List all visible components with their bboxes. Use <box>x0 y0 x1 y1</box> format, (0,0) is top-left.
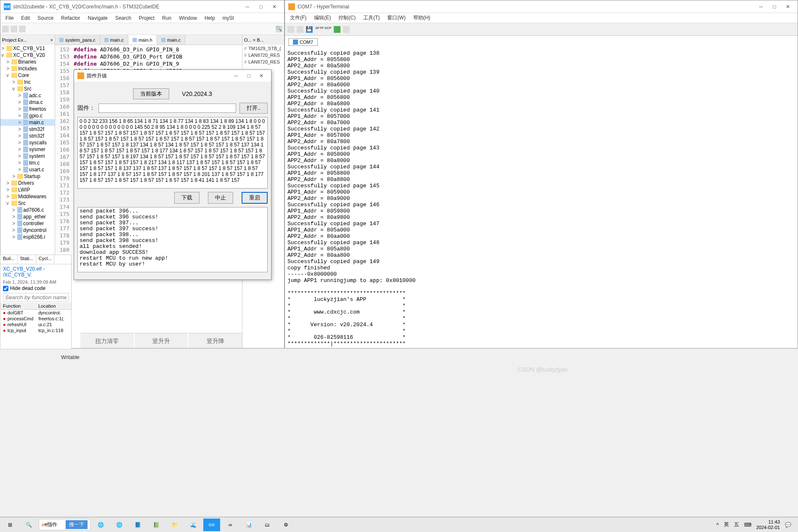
app-icon[interactable]: 📁 <box>166 519 183 531</box>
tree-item-src[interactable]: v Src <box>0 200 55 207</box>
editor-tab[interactable]: system_para.c <box>55 35 100 45</box>
tree-item-stm32f[interactable]: > stm32f <box>0 126 55 133</box>
tree-item-ad7606c[interactable]: > ad7606.c <box>0 207 55 213</box>
stm32cubeide-taskbar-icon[interactable]: IDE <box>203 519 220 531</box>
menu-item[interactable]: 文件(F) <box>287 13 310 22</box>
elf-file-link[interactable]: XC_CYB_V20.elf - /XC_CYB_V. <box>0 264 71 279</box>
function-row[interactable]: ●refreshUIui.c:21 <box>0 322 71 327</box>
minimize-button[interactable]: ─ <box>755 2 767 11</box>
dialog-titlebar[interactable]: 固件升级 ─ □ ✕ <box>74 70 271 82</box>
toolbar-icon[interactable] <box>19 26 26 32</box>
menu-edit[interactable]: Edit <box>18 14 33 22</box>
refresh-icon[interactable] <box>334 26 340 33</box>
firmware-log[interactable]: send packet 396... send packet 396 succe… <box>77 207 268 272</box>
menu-navigate[interactable]: Navigate <box>84 14 111 22</box>
menu-item[interactable]: 编辑(E) <box>311 13 334 22</box>
tree-item-mainc[interactable]: > main.c <box>0 119 55 126</box>
sftp-icon[interactable]: SFTP <box>315 26 322 33</box>
menu-myst[interactable]: mySt <box>219 14 237 22</box>
close-icon[interactable]: × <box>51 37 53 43</box>
tree-item-usartc[interactable]: > usart.c <box>0 166 55 173</box>
hyper-titlebar[interactable]: COM7 - HyperTerminal ─ □ ✕ <box>285 0 798 13</box>
download-button[interactable]: 下载 <box>174 192 200 204</box>
app-icon[interactable]: 📊 <box>240 519 257 531</box>
outline-tab[interactable]: B... <box>257 37 264 43</box>
control-tab[interactable]: 竖升降 <box>189 333 242 348</box>
app-icon[interactable]: ⚙ <box>277 519 294 531</box>
menu-source[interactable]: Source <box>34 14 57 22</box>
current-version-button[interactable]: 当前版本 <box>133 88 169 99</box>
outline-item[interactable]: #LAN8720_RES <box>242 59 284 65</box>
tree-item-xccybv20[interactable]: v XC_CYB_V20 <box>0 52 55 59</box>
close-button[interactable]: ✕ <box>782 2 794 11</box>
tree-item-esp8266i[interactable]: > esp8266.i <box>0 234 55 240</box>
firmware-hex-display[interactable]: 0 0 2 32 233 156 1 8 65 134 1 8 71 134 1… <box>77 117 268 189</box>
tree-item-drivers[interactable]: > Drivers <box>0 180 55 186</box>
restart-button[interactable]: 重启 <box>242 192 268 204</box>
maximize-button[interactable]: □ <box>255 2 267 11</box>
outline-item[interactable]: #TM1629_STB_( <box>242 45 284 52</box>
search-icon[interactable]: 🔍 <box>20 519 37 531</box>
menu-project[interactable]: Project <box>136 14 158 22</box>
menu-item[interactable]: 控制(C) <box>335 13 359 22</box>
chrome-icon[interactable]: 🌐 <box>92 519 109 531</box>
tree-item-adcc[interactable]: > adc.c <box>0 92 55 99</box>
close-button[interactable]: ✕ <box>268 2 281 11</box>
toolbar-icon[interactable] <box>11 26 17 32</box>
taskbar-clock[interactable]: 11:43 2024-02-01 <box>756 519 780 530</box>
function-row[interactable]: ●doIGBTdyncontrol. <box>0 310 71 316</box>
open-file-button[interactable]: 打开.. <box>239 103 268 114</box>
maximize-button[interactable]: □ <box>242 71 255 80</box>
app-icon[interactable]: 📗 <box>148 519 165 531</box>
keyboard-icon[interactable]: ⌨ <box>744 522 751 528</box>
tree-item-dmac[interactable]: > dma.c <box>0 99 55 106</box>
maximize-button[interactable]: □ <box>768 2 781 11</box>
tree-item-lwip[interactable]: > LWIP <box>0 186 55 193</box>
tree-item-inc[interactable]: > Inc <box>0 79 55 85</box>
menu-item[interactable]: 工具(T) <box>360 13 383 22</box>
outline-tab[interactable]: O... <box>244 37 252 43</box>
outline-item[interactable]: #LAN8720_RES <box>242 52 284 59</box>
app-icon[interactable]: 📘 <box>129 519 146 531</box>
editor-tab[interactable]: main.c <box>157 35 185 45</box>
firmware-path-input[interactable] <box>98 104 236 113</box>
tree-item-middlewares[interactable]: > Middlewares <box>0 193 55 200</box>
bottom-tab[interactable]: Cycl... <box>36 255 55 264</box>
col-location[interactable]: Location <box>36 303 71 309</box>
menu-run[interactable]: Run <box>159 14 175 22</box>
col-function[interactable]: Function <box>0 303 36 309</box>
app-icon[interactable]: 🗂 <box>259 519 276 531</box>
editor-tab[interactable]: main.c <box>100 35 128 45</box>
menu-search[interactable]: Search <box>112 14 135 22</box>
function-row[interactable]: ●tcp_inputtcp_in.c:118 <box>0 327 71 333</box>
vs-icon[interactable]: ∞ <box>222 519 239 531</box>
scp-icon[interactable]: SCP <box>325 26 331 33</box>
taskbar-search[interactable]: ee指作 搜一下 <box>39 519 90 530</box>
tree-item-freertos[interactable]: > freertos <box>0 106 55 112</box>
menu-item[interactable]: 窗口(W) <box>384 13 409 22</box>
save-icon[interactable]: 💾 <box>306 26 313 33</box>
bottom-tab[interactable]: Stati... <box>18 255 36 264</box>
new-icon[interactable] <box>287 26 294 33</box>
tree-item-syscalls[interactable]: > syscalls <box>0 139 55 146</box>
stop-button[interactable]: 中止 <box>208 192 233 204</box>
menu-window[interactable]: Window <box>176 14 200 22</box>
tree-item-dyncontrol[interactable]: > dyncontrol <box>0 227 55 234</box>
hyper-console[interactable]: Successfully copied page 138 APP1_Addr =… <box>285 48 798 348</box>
hyper-tab-com7[interactable]: COM7 <box>288 38 318 46</box>
editor-tab[interactable]: main.h <box>128 35 157 45</box>
function-search-input[interactable] <box>3 293 69 302</box>
tray-up-icon[interactable]: ^ <box>716 522 719 528</box>
minimize-button[interactable]: ─ <box>230 71 242 80</box>
tree-item-xccybv11[interactable]: > XC_CYB_V11 <box>0 45 55 52</box>
tree-item-binaries[interactable]: > Binaries <box>0 59 55 65</box>
tree-item-includes[interactable]: > Includes <box>0 65 55 72</box>
app-icon[interactable]: 🌊 <box>185 519 202 531</box>
function-row[interactable]: ●processCmdfreertos.c:1(. <box>0 316 71 322</box>
settings-icon[interactable] <box>343 26 350 33</box>
tree-item-stm32f[interactable]: > stm32f <box>0 133 55 139</box>
menu-refactor[interactable]: Refactor <box>58 14 83 22</box>
control-tab[interactable]: 扭力清零 <box>80 333 134 348</box>
hide-dead-checkbox[interactable] <box>3 286 8 291</box>
ime-indicator[interactable]: 英 <box>724 521 729 528</box>
